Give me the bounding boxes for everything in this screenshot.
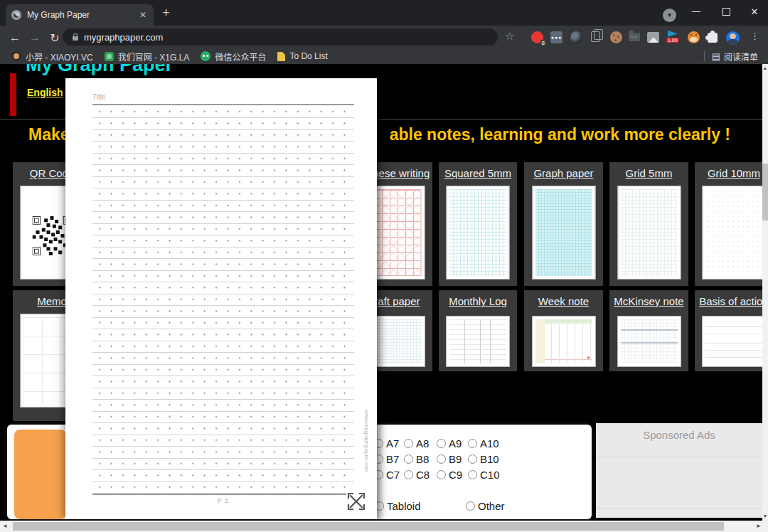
reload-button[interactable]: ↻ [46,28,64,47]
bookmark-site-icon [105,52,114,61]
radio-icon[interactable] [468,454,477,464]
page-number: P 1 [92,497,354,504]
bookmark-xiaoyi[interactable]: 小羿 - XIAOYI.VC [11,50,93,63]
extension-dots-icon[interactable]: ●●● [550,31,562,43]
language-link-english[interactable]: English [27,87,63,98]
size-label: A8 [416,437,429,449]
note-icon [277,52,285,61]
profile-avatar[interactable] [726,31,740,45]
size-label: Tabloid [387,500,421,512]
scroll-right-icon[interactable]: ► [754,521,764,532]
size-option-c7[interactable]: C7 [374,469,400,481]
radio-icon[interactable] [404,454,413,464]
paper-color-preview[interactable] [14,430,66,519]
vertical-scroll-thumb[interactable] [762,164,768,220]
paper-thumbnail [617,186,681,280]
tab-close-icon[interactable]: ✕ [138,10,148,20]
window-maximize-button[interactable] [711,0,741,23]
card-monthly-log[interactable]: Monthly Log [439,290,517,371]
card-grid-5mm[interactable]: Grid 5mm [609,162,688,286]
size-option-c9[interactable]: C9 [437,469,462,481]
size-label: A7 [386,437,399,449]
new-tab-button[interactable]: + [162,6,170,20]
horizontal-scroll-thumb[interactable] [13,522,724,531]
card-title: Graph paper [524,167,603,179]
forward-button[interactable]: → [26,28,44,47]
browser-update-icon[interactable]: ▼ [663,9,676,22]
scroll-down-icon[interactable]: ▼ [762,512,768,521]
card-basis-of-action[interactable]: Basis of action [695,290,762,371]
bookmark-label: 微信公众平台 [215,50,266,63]
size-label: B7 [386,453,399,465]
size-label: C8 [416,469,430,481]
bookmark-wechat[interactable]: 微信公众平台 [201,50,266,63]
move-cursor-icon[interactable] [344,489,368,514]
extension-sphere-icon[interactable] [570,31,582,43]
window-close-button[interactable]: ✕ [740,0,768,23]
bookmark-x1g[interactable]: 我们官网 - X1G.LA [105,50,190,63]
size-option-b9[interactable]: B9 [437,453,462,465]
radio-icon[interactable] [468,439,477,448]
extension-folder-icon[interactable] [629,33,640,41]
size-label: A9 [449,437,462,449]
card-graph-paper[interactable]: Graph paper [524,162,603,286]
size-option-other[interactable]: Other [466,500,505,512]
radio-icon[interactable] [404,439,413,448]
size-option-c8[interactable]: C8 [404,469,430,481]
extension-price-badge: 1.00 [666,38,679,43]
extension-copy-icon[interactable] [591,31,600,42]
separator [704,51,705,61]
reading-list-button[interactable]: ▤ 阅读清单 [704,50,758,63]
radio-icon[interactable] [437,470,446,479]
extension-tiger-icon[interactable] [688,31,700,43]
bookmark-label: To Do List [289,51,327,61]
card-week-note[interactable]: Week note [524,290,603,371]
bookmark-todo[interactable]: To Do List [277,51,327,61]
extension-image-icon[interactable] [647,32,659,43]
window-minimize-button[interactable]: — [681,0,711,23]
browser-tab[interactable]: My Graph Paper ✕ [6,4,154,26]
size-label: C9 [449,469,462,481]
paper-title-line [92,104,354,105]
bookmark-star-icon[interactable]: ☆ [505,30,514,43]
extensions-puzzle-icon[interactable] [708,33,718,43]
size-option-b7[interactable]: B7 [374,453,399,465]
size-option-c10[interactable]: C10 [468,469,500,481]
extension-flag-icon[interactable]: 1.00 [668,31,680,43]
size-option-b10[interactable]: B10 [468,453,499,465]
radio-icon[interactable] [404,470,413,479]
paper-title-placeholder: Title [92,93,106,101]
address-bar[interactable]: mygraphpaper.com [63,28,498,46]
radio-icon[interactable] [466,501,475,511]
scroll-left-icon[interactable]: ◄ [0,521,10,532]
ads-divider [596,508,762,509]
headline-left-fragment: Make [28,125,70,144]
size-label: C7 [386,469,400,481]
size-option-a7[interactable]: A7 [374,437,399,449]
size-option-tabloid[interactable]: Tabloid [375,500,421,512]
horizontal-scrollbar[interactable]: ◄ ► [0,521,768,532]
scroll-up-icon[interactable]: ▲ [762,64,768,73]
radio-icon[interactable] [437,439,446,448]
extension-notifications-icon[interactable]: 8 [531,31,543,43]
paper-bottom-line [92,494,354,495]
card-grid-10mm[interactable]: Grid 10mm [695,162,762,286]
card-squared-5mm[interactable]: Squared 5mm [439,162,517,286]
size-option-a10[interactable]: A10 [468,437,499,449]
size-option-a9[interactable]: A9 [437,437,462,449]
radio-icon[interactable] [437,454,446,464]
back-button[interactable]: ← [6,28,24,47]
browser-menu-icon[interactable]: ⋮ [750,31,759,41]
paper-thumbnail [532,316,596,367]
radio-icon[interactable] [468,470,477,479]
card-title: Basis of action [695,295,762,307]
size-label: C10 [480,469,500,481]
size-label: Other [478,500,505,512]
vertical-scrollbar[interactable]: ▲ ▼ [762,64,768,521]
size-option-b8[interactable]: B8 [404,453,429,465]
extension-cookie-icon[interactable] [610,31,622,43]
tab-strip: My Graph Paper ✕ + ▼ — ✕ [0,0,768,26]
card-mckinsey-note[interactable]: McKinsey note [609,290,688,371]
size-option-a8[interactable]: A8 [404,437,429,449]
size-label: B9 [449,453,462,465]
